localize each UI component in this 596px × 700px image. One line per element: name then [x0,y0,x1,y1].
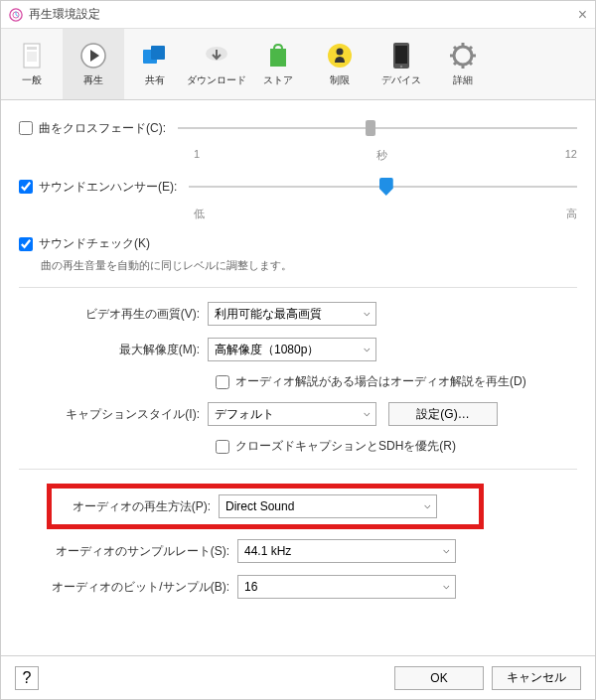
highlight-box: オーディオの再生方法(P): Direct Sound [47,484,484,529]
soundcheck-checkbox[interactable] [19,237,33,251]
preferences-window: 再生環境設定 × 一般 再生 共有 ダウンロード ストア 制限 デ [0,0,596,700]
enhancer-label: サウンドエンハンサー(E): [39,179,177,196]
tab-general[interactable]: 一般 [1,29,63,99]
device-icon [387,42,415,70]
max-res-select[interactable]: 高解像度（1080p） [208,338,376,361]
caption-style-select[interactable]: デフォルト [208,402,376,426]
ok-button[interactable]: OK [394,666,484,690]
max-res-label: 最大解像度(M): [19,342,208,358]
playback-method-select[interactable]: Direct Sound [219,494,437,518]
window-title: 再生環境設定 [29,6,100,23]
sample-rate-label: オーディオのサンプルレート(S): [19,543,237,560]
app-icon [9,8,23,22]
bits-label: オーディオのビット/サンプル(B): [19,579,237,596]
toolbar: 一般 再生 共有 ダウンロード ストア 制限 デバイス 詳細 [1,29,595,100]
svg-line-24 [469,47,472,50]
video-quality-select[interactable]: 利用可能な最高画質 [208,302,376,326]
cancel-button[interactable]: キャンセル [492,666,581,690]
soundcheck-desc: 曲の再生音量を自動的に同じレベルに調整します。 [41,258,577,273]
store-icon [264,42,292,70]
svg-point-15 [400,65,402,67]
svg-rect-4 [27,52,37,62]
crossfade-row: 曲をクロスフェード(C): [19,118,577,138]
tab-playback[interactable]: 再生 [63,29,124,99]
tab-sharing[interactable]: 共有 [124,29,186,99]
svg-point-11 [328,44,352,68]
playback-method-label: オーディオの再生方法(P): [60,498,219,515]
sample-rate-select[interactable]: 44.1 kHz [237,539,456,563]
svg-point-12 [337,48,344,55]
caption-style-label: キャプションスタイル(I): [19,406,208,423]
enhancer-checkbox[interactable] [19,180,33,194]
soundcheck-row: サウンドチェック(K) [19,235,577,252]
gear-icon [449,42,477,70]
svg-line-23 [454,62,457,65]
tab-restrictions[interactable]: 制限 [309,29,371,99]
video-quality-label: ビデオ再生の画質(V): [19,306,208,323]
tab-downloads[interactable]: ダウンロード [186,29,247,99]
close-icon[interactable]: × [578,6,587,24]
content: 曲をクロスフェード(C): 1秒12 サウンドエンハンサー(E): 低高 サウン… [1,100,595,655]
footer: ? OK キャンセル [1,655,595,699]
general-icon [18,42,46,70]
soundcheck-label: サウンドチェック(K) [39,235,150,252]
svg-line-22 [469,62,472,65]
svg-rect-8 [151,46,165,60]
titlebar: 再生環境設定 × [1,1,595,29]
cc-checkbox[interactable] [216,440,229,454]
svg-rect-3 [27,47,37,50]
caption-settings-button[interactable]: 設定(G)… [388,402,498,426]
crossfade-label: 曲をクロスフェード(C): [39,120,166,137]
enhancer-slider[interactable] [189,177,577,197]
play-icon [79,42,107,70]
svg-rect-14 [395,46,407,64]
tab-store[interactable]: ストア [247,29,309,99]
enhancer-row: サウンドエンハンサー(E): [19,177,577,197]
crossfade-checkbox[interactable] [19,121,33,135]
restrictions-icon [326,42,354,70]
sharing-icon [141,42,169,70]
audio-desc-checkbox[interactable] [216,375,229,389]
svg-line-21 [454,47,457,50]
download-icon [203,42,230,70]
tab-devices[interactable]: デバイス [371,29,432,99]
audio-desc-label: オーディオ解説がある場合はオーディオ解説を再生(D) [235,373,526,390]
help-button[interactable]: ? [15,666,39,690]
svg-rect-10 [270,49,286,67]
bits-select[interactable]: 16 [237,575,456,599]
cc-label: クローズドキャプションとSDHを優先(R) [235,438,456,455]
tab-advanced[interactable]: 詳細 [432,29,494,99]
crossfade-slider[interactable] [178,118,577,138]
